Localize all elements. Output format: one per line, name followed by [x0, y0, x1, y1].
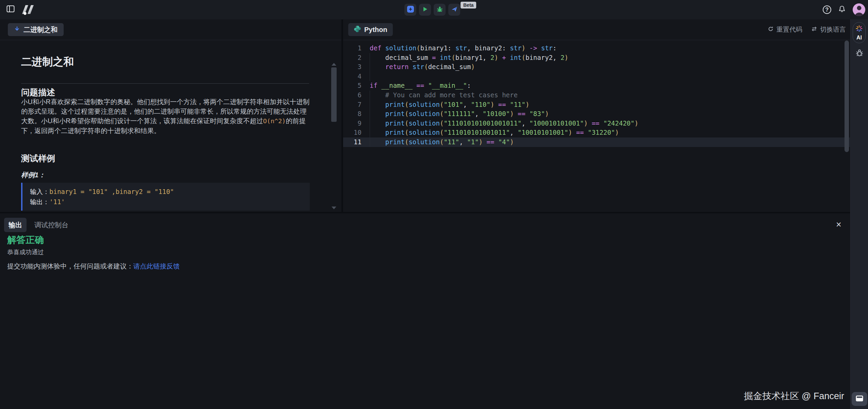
line-number: 11: [343, 137, 361, 147]
panel-layout-icon: [855, 395, 864, 403]
code-line-5[interactable]: 5if __name__ == "__main__":: [343, 81, 850, 91]
example1-output-line: 输出：'11': [30, 197, 302, 207]
tab-output-label: 输出: [9, 220, 22, 230]
result-subtitle: 恭喜成功通过: [7, 248, 44, 256]
editor-pane: Python 重置代码 切换语言 1def solution(binary1: …: [343, 19, 850, 212]
paper-plane-icon: [451, 6, 458, 14]
switch-language-label: 切换语言: [820, 25, 846, 34]
right-rail: AI: [850, 19, 868, 409]
line-number: 10: [343, 128, 361, 137]
python-icon: [354, 25, 361, 34]
problem-content: 二进制之和 问题描述 小U和小R喜欢探索二进制数字的奥秘。他们想找到一个方法，将…: [0, 40, 341, 212]
switch-language-button[interactable]: 切换语言: [811, 25, 846, 34]
user-avatar[interactable]: [853, 3, 865, 16]
code-line-10[interactable]: 10 print(solution("111010101001011", "10…: [343, 128, 850, 137]
run-button[interactable]: [419, 4, 431, 16]
input-label: 输入：: [30, 188, 49, 195]
avatar-head: [857, 6, 861, 10]
add-icon: [407, 6, 414, 14]
line-text: [361, 72, 850, 81]
code-line-6[interactable]: 6 # You can add more test cases here: [343, 91, 850, 100]
bug-outline-icon: [855, 52, 864, 58]
ai-button-label: AI: [856, 35, 862, 41]
code-line-3[interactable]: 3 return str(decimal_sum): [343, 62, 850, 72]
input-code: binary1 = "101" ,binary2 = "110": [49, 188, 174, 195]
submit-button[interactable]: [448, 4, 460, 16]
example1-label: 样例1：: [21, 170, 45, 180]
feedback-line: 提交功能内测体验中，任何问题或者建议：请点此链接反馈: [7, 262, 180, 271]
community-watermark: 掘金技术社区 @ Fanceir: [744, 390, 844, 402]
swap-icon: [811, 26, 817, 34]
sidebar-toggle-icon: [6, 5, 15, 14]
tab-debug-console[interactable]: 调试控制台: [34, 218, 68, 232]
line-text: print(solution("101", "110") == "11"): [361, 100, 850, 110]
code-line-1[interactable]: 1def solution(binary1: str, binary2: str…: [343, 44, 850, 53]
debug-button[interactable]: [434, 4, 446, 16]
result-title: 解答正确: [7, 234, 44, 246]
example1-code-block: 输入：binary1 = "101" ,binary2 = "110" 输出：'…: [21, 183, 310, 211]
bug-icon: [436, 6, 443, 14]
code-line-9[interactable]: 9 print(solution("111010101001001011", "…: [343, 119, 850, 128]
line-number: 5: [343, 81, 361, 91]
tab-output[interactable]: 输出: [4, 218, 27, 232]
language-tab-python[interactable]: Python: [348, 23, 393, 36]
marscode-logo[interactable]: [20, 3, 35, 17]
line-text: print(solution("111111", "10100") == "83…: [361, 109, 850, 119]
examples-heading: 测试样例: [21, 153, 55, 164]
title-divider: [21, 83, 309, 84]
line-number: 7: [343, 100, 361, 110]
line-text: return str(decimal_sum): [361, 62, 850, 72]
editor-tab-strip: Python 重置代码 切换语言: [343, 19, 850, 40]
close-panel-button[interactable]: ×: [832, 218, 845, 231]
reset-code-label: 重置代码: [776, 25, 802, 34]
ai-assistant-button[interactable]: AI: [853, 22, 866, 43]
line-number: 6: [343, 91, 361, 100]
problem-tab[interactable]: 二进制之和: [8, 23, 64, 36]
ai-sparkle-icon: [855, 25, 863, 34]
code-line-2[interactable]: 2 decimal_sum = int(binary1, 2) + int(bi…: [343, 53, 850, 63]
line-text: decimal_sum = int(binary1, 2) + int(bina…: [361, 53, 850, 63]
complexity-inline-code: O(n^2): [263, 117, 286, 125]
line-number: 8: [343, 109, 361, 119]
problem-title: 二进制之和: [21, 55, 74, 69]
feedback-text: 提交功能内测体验中，任何问题或者建议：: [7, 262, 133, 270]
editor-scrollbar-thumb[interactable]: [845, 40, 849, 152]
problem-scrollbar-thumb[interactable]: [331, 67, 337, 122]
play-icon: [422, 6, 428, 14]
example1-input-line: 输入：binary1 = "101" ,binary2 = "110": [30, 186, 302, 197]
editor-actions: 重置代码 切换语言: [768, 19, 846, 40]
code-line-11[interactable]: 11 print(solution("11", "1") == "4"): [343, 137, 850, 147]
bell-icon[interactable]: [838, 5, 846, 15]
app-root: Beta ? 二进制之和 二进制之和 问题描述: [0, 0, 868, 409]
problem-tab-strip: 二进制之和: [0, 19, 341, 40]
problem-tab-label: 二进制之和: [23, 25, 58, 34]
line-number: 2: [343, 53, 361, 63]
help-icon[interactable]: ?: [823, 5, 831, 14]
code-line-7[interactable]: 7 print(solution("101", "110") == "11"): [343, 100, 850, 110]
feedback-link[interactable]: 请点此链接反馈: [133, 262, 180, 270]
code-line-8[interactable]: 8 print(solution("111111", "10100") == "…: [343, 109, 850, 119]
language-tab-label: Python: [364, 26, 387, 34]
refresh-icon: [768, 26, 774, 34]
scrollbar-up-arrow[interactable]: [332, 63, 336, 66]
line-number: 9: [343, 119, 361, 128]
line-text: def solution(binary1: str, binary2: str)…: [361, 44, 850, 53]
reset-code-button[interactable]: 重置代码: [768, 25, 802, 34]
tab-debug-console-label: 调试控制台: [34, 220, 68, 230]
scrollbar-down-arrow[interactable]: [332, 207, 336, 209]
toggle-bottom-panel-button[interactable]: [852, 392, 867, 406]
line-number: 3: [343, 62, 361, 72]
arrow-down-icon: [14, 26, 20, 34]
output-code: '11': [49, 198, 65, 206]
line-number: 1: [343, 44, 361, 53]
problem-pane: 二进制之和 二进制之和 问题描述 小U和小R喜欢探索二进制数字的奥秘。他们想找到…: [0, 19, 341, 212]
line-text: print(solution("11", "1") == "4"): [361, 137, 850, 147]
code-editor[interactable]: 1def solution(binary1: str, binary2: str…: [343, 40, 850, 212]
sidebar-toggle-button[interactable]: [6, 5, 15, 14]
add-test-button[interactable]: [404, 4, 416, 16]
code-line-4[interactable]: 4: [343, 72, 850, 81]
line-number: 4: [343, 72, 361, 81]
report-bug-button[interactable]: [855, 49, 864, 58]
close-icon: ×: [836, 219, 841, 230]
run-toolbar: [404, 4, 460, 16]
